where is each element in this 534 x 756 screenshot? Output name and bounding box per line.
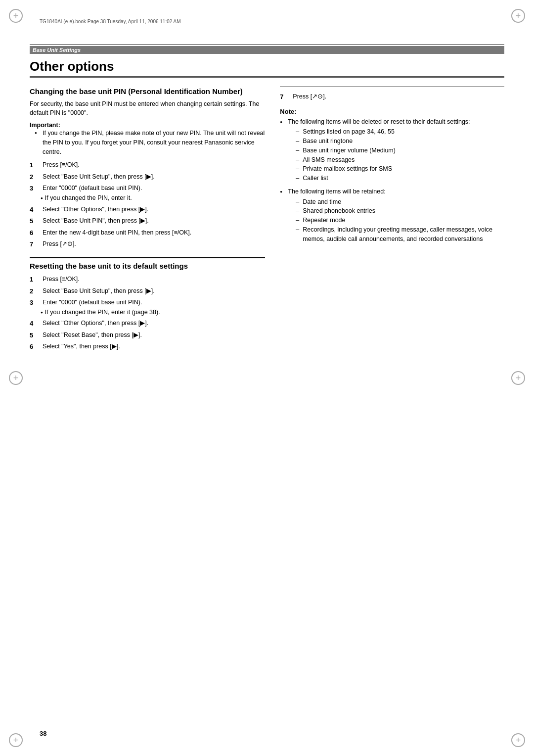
- top-rule: [30, 45, 504, 45]
- file-info: TG1840AL(e-e).book Page 38 Tuesday, Apri…: [40, 19, 181, 24]
- reset-step-5: 5 Select "Reset Base", then press [▶].: [30, 331, 265, 340]
- reset-step-4: 4 Select "Other Options", then press [▶]…: [30, 319, 265, 329]
- reset-step-content-6: Select "Yes", then press [▶].: [43, 342, 265, 351]
- section-title: Base Unit Settings: [30, 46, 504, 54]
- change-pin-step-4: 4 Select "Other Options", then press [▶]…: [30, 205, 265, 215]
- step-content-3: Enter "0000" (default base unit PIN).: [43, 184, 142, 193]
- reset-step-content-5: Select "Reset Base", then press [▶].: [43, 331, 265, 340]
- deleted-item-1: Settings listed on page 34, 46, 55: [296, 127, 504, 137]
- reg-mark-bottom-left: [9, 733, 23, 747]
- reset-base-steps: 1 Press [≡/OK]. 2 Select "Base Unit Setu…: [30, 275, 265, 352]
- reset-step-content-2: Select "Base Unit Setup", then press [▶]…: [43, 286, 265, 296]
- step-num-1: 1: [30, 160, 41, 170]
- retained-intro-text: The following items will be retained:: [288, 188, 385, 195]
- reg-mark-top-left: [9, 9, 23, 23]
- step-3-sub: If you changed the PIN, enter it.: [41, 193, 132, 203]
- reg-mark-mid-right: [511, 371, 525, 385]
- step-num-4: 4: [30, 205, 41, 215]
- step-content-5: Select "Base Unit PIN", then press [▶].: [43, 216, 265, 226]
- right-step-num-7: 7: [280, 92, 291, 102]
- deleted-items-list: Settings listed on page 34, 46, 55 Base …: [296, 127, 504, 183]
- reset-step-3-sub: If you changed the PIN, enter it (page 3…: [41, 308, 160, 317]
- reset-step-num-5: 5: [30, 331, 41, 340]
- retained-item-3: Repeater mode: [296, 216, 504, 225]
- retained-items-list: Date and time Shared phonebook entries R…: [296, 197, 504, 244]
- retained-note-bullet: The following items will be retained: Da…: [280, 187, 504, 244]
- deleted-item-6: Caller list: [296, 174, 504, 183]
- change-pin-step-5: 5 Select "Base Unit PIN", then press [▶]…: [30, 216, 265, 226]
- note-heading: Note:: [280, 108, 504, 115]
- important-bullet-1: If you change the PIN, please make note …: [38, 129, 265, 156]
- reset-step-num-2: 2: [30, 286, 41, 296]
- page: TG1840AL(e-e).book Page 38 Tuesday, Apri…: [0, 0, 534, 756]
- step-num-5: 5: [30, 216, 41, 226]
- right-step-list: 7 Press [↗⊙].: [280, 92, 504, 102]
- step-content-4: Select "Other Options", then press [▶].: [43, 205, 265, 214]
- reset-step-num-4: 4: [30, 319, 41, 329]
- deleted-item-4: All SMS messages: [296, 155, 504, 165]
- left-column: Changing the base unit PIN (Personal Ide…: [30, 87, 265, 357]
- right-column: 7 Press [↗⊙]. Note: The following items …: [280, 87, 504, 357]
- reset-step-3: 3 Enter "0000" (default base unit PIN). …: [30, 298, 265, 317]
- reset-step-2: 2 Select "Base Unit Setup", then press […: [30, 286, 265, 296]
- important-label: Important:: [30, 122, 265, 129]
- deleted-item-5: Private mailbox settings for SMS: [296, 164, 504, 174]
- important-bullets: If you change the PIN, please make note …: [38, 129, 265, 156]
- change-pin-steps: 1 Press [≡/OK]. 2 Select "Base Unit Setu…: [30, 160, 265, 249]
- deleted-note-bullet: The following items will be deleted or r…: [280, 117, 504, 183]
- reg-mark-bottom-right: [511, 733, 525, 747]
- reset-step-content-1: Press [≡/OK].: [43, 275, 265, 284]
- retained-item-1: Date and time: [296, 197, 504, 207]
- step-num-7: 7: [30, 239, 41, 249]
- main-heading: Other options: [30, 59, 504, 78]
- note-bullets: The following items will be deleted or r…: [280, 117, 504, 244]
- two-column-layout: Changing the base unit PIN (Personal Ide…: [30, 87, 504, 357]
- change-pin-step-6: 6 Enter the new 4-digit base unit PIN, t…: [30, 228, 265, 238]
- change-pin-heading: Changing the base unit PIN (Personal Ide…: [30, 87, 265, 96]
- reset-step-6: 6 Select "Yes", then press [▶].: [30, 342, 265, 352]
- reset-step-content-3: Enter "0000" (default base unit PIN).: [43, 298, 142, 308]
- change-pin-step-7: 7 Press [↗⊙].: [30, 239, 265, 249]
- deleted-intro-text: The following items will be deleted or r…: [288, 118, 470, 125]
- reset-step-1: 1 Press [≡/OK].: [30, 275, 265, 284]
- reg-mark-top-right: [511, 9, 525, 23]
- right-step-content-7: Press [↗⊙].: [293, 92, 504, 101]
- change-pin-step-1: 1 Press [≡/OK].: [30, 160, 265, 170]
- step-content-1: Press [≡/OK].: [43, 160, 265, 170]
- right-step-7: 7 Press [↗⊙].: [280, 92, 504, 102]
- reset-step-num-1: 1: [30, 275, 41, 284]
- step-num-2: 2: [30, 172, 41, 182]
- step-content-6: Enter the new 4-digit base unit PIN, the…: [43, 228, 265, 237]
- retained-item-4: Recordings, including your greeting mess…: [296, 225, 504, 244]
- reset-base-heading: Resetting the base unit to its default s…: [30, 257, 265, 271]
- deleted-item-2: Base unit ringtone: [296, 137, 504, 146]
- change-pin-intro: For security, the base unit PIN must be …: [30, 99, 265, 118]
- step-num-3: 3: [30, 184, 41, 193]
- step-content-7: Press [↗⊙].: [43, 239, 265, 249]
- step-content-2: Select "Base Unit Setup", then press [▶]…: [43, 172, 265, 182]
- change-pin-step-2: 2 Select "Base Unit Setup", then press […: [30, 172, 265, 182]
- reset-step-num-6: 6: [30, 342, 41, 352]
- page-number: 38: [40, 730, 46, 737]
- reset-step-content-4: Select "Other Options", then press [▶].: [43, 319, 265, 328]
- right-col-rule: [280, 87, 504, 87]
- retained-item-2: Shared phonebook entries: [296, 206, 504, 216]
- reset-step-num-3: 3: [30, 298, 41, 308]
- deleted-item-3: Base unit ringer volume (Medium): [296, 146, 504, 155]
- reg-mark-mid-left: [9, 371, 23, 385]
- step-num-6: 6: [30, 228, 41, 238]
- change-pin-step-3: 3 Enter "0000" (default base unit PIN). …: [30, 184, 265, 202]
